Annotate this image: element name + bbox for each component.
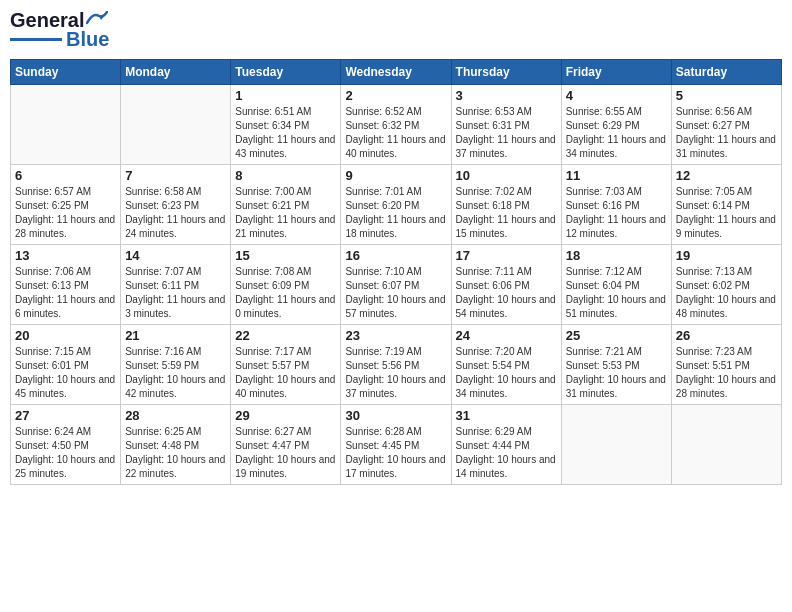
day-number: 11 (566, 168, 667, 183)
day-number: 1 (235, 88, 336, 103)
day-info: Sunrise: 7:20 AM Sunset: 5:54 PM Dayligh… (456, 345, 557, 401)
calendar-cell: 28Sunrise: 6:25 AM Sunset: 4:48 PM Dayli… (121, 405, 231, 485)
logo-line (10, 38, 62, 41)
day-number: 21 (125, 328, 226, 343)
day-number: 10 (456, 168, 557, 183)
calendar-cell: 5Sunrise: 6:56 AM Sunset: 6:27 PM Daylig… (671, 85, 781, 165)
calendar-cell (671, 405, 781, 485)
calendar-cell: 11Sunrise: 7:03 AM Sunset: 6:16 PM Dayli… (561, 165, 671, 245)
calendar-week-row: 6Sunrise: 6:57 AM Sunset: 6:25 PM Daylig… (11, 165, 782, 245)
calendar-cell: 1Sunrise: 6:51 AM Sunset: 6:34 PM Daylig… (231, 85, 341, 165)
day-number: 16 (345, 248, 446, 263)
day-number: 6 (15, 168, 116, 183)
day-info: Sunrise: 6:28 AM Sunset: 4:45 PM Dayligh… (345, 425, 446, 481)
calendar-header-row: SundayMondayTuesdayWednesdayThursdayFrid… (11, 60, 782, 85)
day-number: 7 (125, 168, 226, 183)
day-info: Sunrise: 6:51 AM Sunset: 6:34 PM Dayligh… (235, 105, 336, 161)
calendar-cell: 4Sunrise: 6:55 AM Sunset: 6:29 PM Daylig… (561, 85, 671, 165)
calendar-table: SundayMondayTuesdayWednesdayThursdayFrid… (10, 59, 782, 485)
calendar-week-row: 13Sunrise: 7:06 AM Sunset: 6:13 PM Dayli… (11, 245, 782, 325)
day-number: 27 (15, 408, 116, 423)
calendar-cell: 17Sunrise: 7:11 AM Sunset: 6:06 PM Dayli… (451, 245, 561, 325)
calendar-cell: 3Sunrise: 6:53 AM Sunset: 6:31 PM Daylig… (451, 85, 561, 165)
day-number: 25 (566, 328, 667, 343)
calendar-cell: 8Sunrise: 7:00 AM Sunset: 6:21 PM Daylig… (231, 165, 341, 245)
calendar-cell: 6Sunrise: 6:57 AM Sunset: 6:25 PM Daylig… (11, 165, 121, 245)
calendar-cell (561, 405, 671, 485)
day-info: Sunrise: 7:03 AM Sunset: 6:16 PM Dayligh… (566, 185, 667, 241)
day-info: Sunrise: 7:10 AM Sunset: 6:07 PM Dayligh… (345, 265, 446, 321)
day-info: Sunrise: 7:11 AM Sunset: 6:06 PM Dayligh… (456, 265, 557, 321)
day-number: 26 (676, 328, 777, 343)
calendar-cell: 22Sunrise: 7:17 AM Sunset: 5:57 PM Dayli… (231, 325, 341, 405)
calendar-cell: 18Sunrise: 7:12 AM Sunset: 6:04 PM Dayli… (561, 245, 671, 325)
day-number: 3 (456, 88, 557, 103)
day-info: Sunrise: 6:25 AM Sunset: 4:48 PM Dayligh… (125, 425, 226, 481)
day-info: Sunrise: 7:05 AM Sunset: 6:14 PM Dayligh… (676, 185, 777, 241)
day-info: Sunrise: 7:00 AM Sunset: 6:21 PM Dayligh… (235, 185, 336, 241)
day-number: 23 (345, 328, 446, 343)
day-info: Sunrise: 7:02 AM Sunset: 6:18 PM Dayligh… (456, 185, 557, 241)
day-of-week-header: Friday (561, 60, 671, 85)
day-of-week-header: Tuesday (231, 60, 341, 85)
calendar-cell: 27Sunrise: 6:24 AM Sunset: 4:50 PM Dayli… (11, 405, 121, 485)
day-number: 12 (676, 168, 777, 183)
calendar-cell: 12Sunrise: 7:05 AM Sunset: 6:14 PM Dayli… (671, 165, 781, 245)
day-info: Sunrise: 7:12 AM Sunset: 6:04 PM Dayligh… (566, 265, 667, 321)
day-number: 18 (566, 248, 667, 263)
calendar-cell: 13Sunrise: 7:06 AM Sunset: 6:13 PM Dayli… (11, 245, 121, 325)
day-number: 19 (676, 248, 777, 263)
calendar-cell: 9Sunrise: 7:01 AM Sunset: 6:20 PM Daylig… (341, 165, 451, 245)
calendar-cell (11, 85, 121, 165)
day-number: 29 (235, 408, 336, 423)
day-of-week-header: Thursday (451, 60, 561, 85)
logo: General Blue (10, 10, 109, 51)
day-number: 20 (15, 328, 116, 343)
calendar-week-row: 27Sunrise: 6:24 AM Sunset: 4:50 PM Dayli… (11, 405, 782, 485)
calendar-cell: 16Sunrise: 7:10 AM Sunset: 6:07 PM Dayli… (341, 245, 451, 325)
calendar-week-row: 20Sunrise: 7:15 AM Sunset: 6:01 PM Dayli… (11, 325, 782, 405)
calendar-cell: 7Sunrise: 6:58 AM Sunset: 6:23 PM Daylig… (121, 165, 231, 245)
day-info: Sunrise: 6:27 AM Sunset: 4:47 PM Dayligh… (235, 425, 336, 481)
logo-blue-label: Blue (66, 28, 109, 51)
day-of-week-header: Monday (121, 60, 231, 85)
day-of-week-header: Sunday (11, 60, 121, 85)
day-number: 14 (125, 248, 226, 263)
day-info: Sunrise: 7:16 AM Sunset: 5:59 PM Dayligh… (125, 345, 226, 401)
day-number: 22 (235, 328, 336, 343)
day-info: Sunrise: 7:07 AM Sunset: 6:11 PM Dayligh… (125, 265, 226, 321)
day-info: Sunrise: 7:19 AM Sunset: 5:56 PM Dayligh… (345, 345, 446, 401)
day-info: Sunrise: 6:57 AM Sunset: 6:25 PM Dayligh… (15, 185, 116, 241)
day-info: Sunrise: 7:15 AM Sunset: 6:01 PM Dayligh… (15, 345, 116, 401)
day-info: Sunrise: 7:17 AM Sunset: 5:57 PM Dayligh… (235, 345, 336, 401)
day-number: 8 (235, 168, 336, 183)
day-info: Sunrise: 6:53 AM Sunset: 6:31 PM Dayligh… (456, 105, 557, 161)
day-info: Sunrise: 6:52 AM Sunset: 6:32 PM Dayligh… (345, 105, 446, 161)
calendar-cell: 26Sunrise: 7:23 AM Sunset: 5:51 PM Dayli… (671, 325, 781, 405)
logo-bird-icon (86, 11, 108, 25)
day-number: 4 (566, 88, 667, 103)
page-header: General Blue (10, 10, 782, 51)
day-info: Sunrise: 6:24 AM Sunset: 4:50 PM Dayligh… (15, 425, 116, 481)
day-info: Sunrise: 7:13 AM Sunset: 6:02 PM Dayligh… (676, 265, 777, 321)
calendar-cell: 31Sunrise: 6:29 AM Sunset: 4:44 PM Dayli… (451, 405, 561, 485)
calendar-cell: 2Sunrise: 6:52 AM Sunset: 6:32 PM Daylig… (341, 85, 451, 165)
day-number: 5 (676, 88, 777, 103)
day-info: Sunrise: 6:58 AM Sunset: 6:23 PM Dayligh… (125, 185, 226, 241)
calendar-cell: 19Sunrise: 7:13 AM Sunset: 6:02 PM Dayli… (671, 245, 781, 325)
calendar-cell: 15Sunrise: 7:08 AM Sunset: 6:09 PM Dayli… (231, 245, 341, 325)
day-number: 30 (345, 408, 446, 423)
day-info: Sunrise: 6:29 AM Sunset: 4:44 PM Dayligh… (456, 425, 557, 481)
day-info: Sunrise: 7:21 AM Sunset: 5:53 PM Dayligh… (566, 345, 667, 401)
day-info: Sunrise: 6:55 AM Sunset: 6:29 PM Dayligh… (566, 105, 667, 161)
day-info: Sunrise: 7:06 AM Sunset: 6:13 PM Dayligh… (15, 265, 116, 321)
calendar-cell (121, 85, 231, 165)
calendar-cell: 30Sunrise: 6:28 AM Sunset: 4:45 PM Dayli… (341, 405, 451, 485)
day-number: 15 (235, 248, 336, 263)
day-number: 24 (456, 328, 557, 343)
calendar-cell: 29Sunrise: 6:27 AM Sunset: 4:47 PM Dayli… (231, 405, 341, 485)
day-number: 13 (15, 248, 116, 263)
day-number: 28 (125, 408, 226, 423)
day-info: Sunrise: 6:56 AM Sunset: 6:27 PM Dayligh… (676, 105, 777, 161)
calendar-cell: 24Sunrise: 7:20 AM Sunset: 5:54 PM Dayli… (451, 325, 561, 405)
